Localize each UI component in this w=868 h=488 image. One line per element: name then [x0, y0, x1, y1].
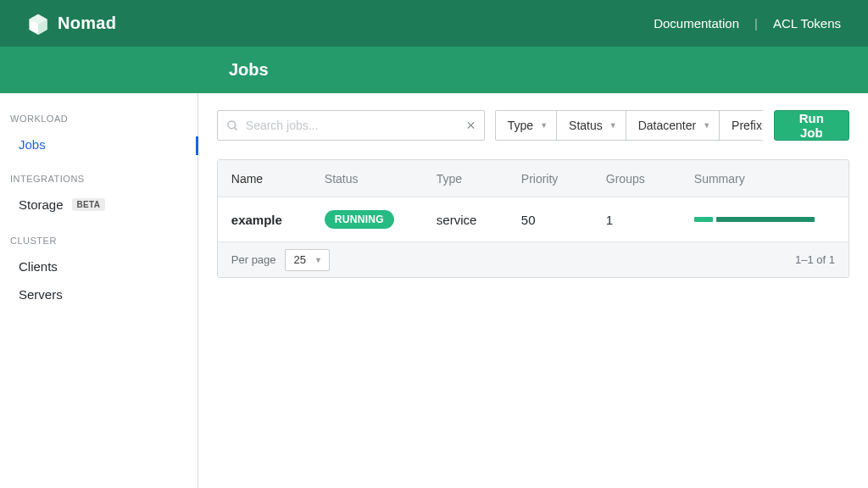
cell-status: RUNNING [311, 210, 423, 229]
cell-name: example [218, 213, 311, 227]
svg-line-4 [234, 127, 236, 130]
table-footer: Per page 25 ▼ 1–1 of 1 [218, 241, 849, 277]
active-indicator [196, 136, 198, 155]
sidebar-group-cluster: CLUSTER [0, 230, 198, 252]
cell-groups: 1 [593, 213, 681, 227]
cell-type: service [423, 213, 508, 227]
summary-seg-complete [716, 217, 815, 222]
sidebar-item-label: Servers [19, 287, 63, 302]
caret-down-icon: ▼ [540, 121, 548, 130]
th-priority[interactable]: Priority [508, 172, 593, 186]
page-header: Jobs [0, 47, 868, 93]
sidebar-item-label: Storage [19, 197, 64, 212]
filter-status[interactable]: Status▼ [557, 110, 626, 141]
svg-point-3 [228, 120, 236, 128]
sidebar-item-storage[interactable]: Storage BETA [0, 191, 198, 219]
sidebar-item-label: Jobs [19, 137, 46, 152]
th-status[interactable]: Status [311, 172, 423, 186]
nomad-logo-icon [27, 13, 49, 35]
caret-down-icon: ▼ [703, 121, 710, 130]
th-type[interactable]: Type [423, 172, 508, 186]
caret-down-icon: ▼ [314, 256, 322, 264]
sidebar-group-integrations: INTEGRATIONS [0, 169, 198, 191]
search-box[interactable]: × [217, 110, 485, 141]
sidebar-group-workload: WORKLOAD [0, 108, 198, 130]
per-page-select[interactable]: 25 ▼ [285, 249, 330, 271]
acl-tokens-link[interactable]: ACL Tokens [773, 16, 841, 30]
toolbar: × Type▼ Status▼ Datacenter▼ Prefix▼ Run … [217, 110, 849, 141]
summary-bar [694, 217, 835, 222]
table-row[interactable]: example RUNNING service 50 1 [218, 197, 849, 241]
per-page-value: 25 [294, 253, 306, 266]
summary-seg-running [694, 217, 713, 222]
cell-summary [681, 217, 849, 222]
search-icon [226, 119, 239, 132]
sidebar-item-clients[interactable]: Clients [0, 252, 198, 280]
filter-datacenter[interactable]: Datacenter▼ [626, 110, 720, 141]
search-input[interactable] [246, 119, 466, 132]
run-job-button[interactable]: Run Job [774, 110, 849, 141]
filter-prefix[interactable]: Prefix▼ [720, 110, 763, 141]
clear-search-icon[interactable]: × [466, 117, 476, 135]
brand: Nomad [27, 13, 116, 35]
brand-name: Nomad [58, 14, 116, 33]
main-content: × Type▼ Status▼ Datacenter▼ Prefix▼ Run … [198, 93, 868, 488]
documentation-link[interactable]: Documentation [654, 16, 739, 30]
th-name[interactable]: Name [218, 172, 311, 186]
beta-badge: BETA [72, 198, 106, 211]
th-groups[interactable]: Groups [593, 172, 681, 186]
filter-group: Type▼ Status▼ Datacenter▼ Prefix▼ [495, 110, 764, 141]
filter-type[interactable]: Type▼ [495, 110, 557, 141]
sidebar: WORKLOAD Jobs INTEGRATIONS Storage BETA … [0, 93, 198, 488]
page-title: Jobs [229, 60, 269, 80]
table-header: Name Status Type Priority Groups Summary [218, 160, 849, 197]
per-page-label: Per page [231, 253, 276, 266]
jobs-table: Name Status Type Priority Groups Summary… [217, 159, 849, 278]
status-badge: RUNNING [325, 210, 394, 229]
caret-down-icon: ▼ [609, 121, 617, 130]
link-separator: | [754, 16, 758, 30]
sidebar-item-servers[interactable]: Servers [0, 280, 198, 308]
sidebar-item-jobs[interactable]: Jobs [0, 130, 198, 158]
top-links: Documentation | ACL Tokens [654, 16, 841, 30]
cell-priority: 50 [508, 213, 593, 227]
th-summary[interactable]: Summary [681, 172, 849, 186]
top-navbar: Nomad Documentation | ACL Tokens [0, 0, 868, 47]
pagination-range: 1–1 of 1 [795, 253, 835, 266]
sidebar-item-label: Clients [19, 259, 58, 274]
